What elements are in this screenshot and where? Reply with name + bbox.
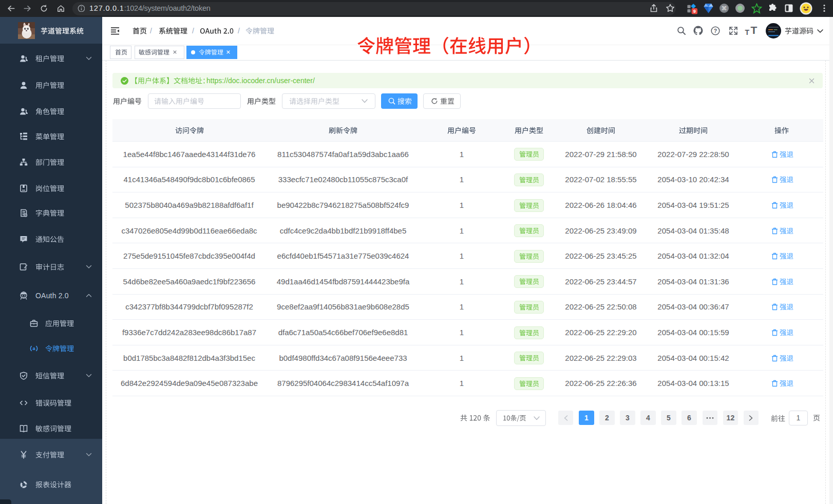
svg-text:?: ? <box>714 28 717 34</box>
